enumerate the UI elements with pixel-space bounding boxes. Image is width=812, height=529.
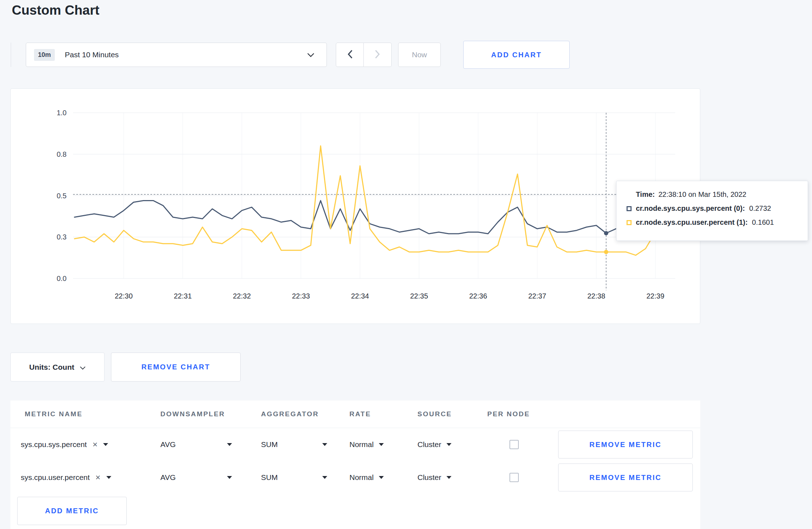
svg-text:22:38: 22:38 [587, 292, 605, 300]
remove-metric-button[interactable]: REMOVE METRIC [558, 464, 693, 491]
timerange-dropdown[interactable]: 10m Past 10 Minutes [26, 43, 327, 67]
rate-select[interactable]: Normal [349, 440, 417, 449]
tooltip-series-label: cr.node.sys.cpu.sys.percent (0): [636, 204, 745, 213]
clear-metric-icon[interactable]: × [96, 473, 101, 482]
aggregator-value: SUM [261, 440, 278, 449]
svg-text:22:35: 22:35 [410, 292, 428, 300]
units-label: Units: Count [29, 363, 74, 372]
rate-value: Normal [349, 440, 374, 449]
remove-chart-button[interactable]: REMOVE CHART [111, 353, 241, 382]
metrics-table-header: METRIC NAME DOWNSAMPLER AGGREGATOR RATE … [10, 401, 700, 428]
metric-name-value: sys.cpu.sys.percent [21, 440, 87, 449]
select-arrow-icon [379, 443, 384, 446]
svg-text:0.5: 0.5 [57, 192, 67, 200]
tooltip-series-value: 0.1601 [752, 218, 774, 227]
downsampler-select[interactable]: AVG [160, 473, 232, 482]
svg-text:22:36: 22:36 [469, 292, 487, 300]
select-arrow-icon [322, 443, 327, 446]
rate-value: Normal [349, 473, 374, 482]
chart-card: 22:3022:3122:3222:3322:3422:3522:3622:37… [10, 88, 700, 324]
chart-controls: Units: Count REMOVE CHART [10, 353, 241, 382]
custom-chart-plot[interactable]: 22:3022:3122:3222:3322:3422:3522:3622:37… [11, 89, 701, 324]
svg-text:22:32: 22:32 [233, 292, 251, 300]
svg-text:22:30: 22:30 [115, 292, 132, 300]
series-sys-swatch-icon [627, 206, 632, 211]
select-arrow-icon [106, 476, 111, 479]
svg-text:0.3: 0.3 [57, 233, 67, 241]
select-arrow-icon [446, 476, 451, 479]
col-header-aggregator: AGGREGATOR [261, 410, 349, 418]
downsampler-value: AVG [160, 440, 176, 449]
col-header-source: SOURCE [417, 410, 483, 418]
metric-row-1: sys.cpu.sys.percent × AVG SUM Normal Clu… [10, 428, 700, 461]
toolbar: 10m Past 10 Minutes Now ADD CHART [11, 41, 570, 69]
svg-text:22:34: 22:34 [351, 292, 369, 300]
svg-text:0.0: 0.0 [57, 275, 67, 282]
add-metric-button[interactable]: ADD METRIC [17, 497, 127, 525]
remove-metric-button[interactable]: REMOVE METRIC [558, 431, 693, 458]
col-header-downsampler: DOWNSAMPLER [160, 410, 261, 418]
time-pager [336, 43, 392, 67]
select-arrow-icon [379, 476, 384, 479]
select-arrow-icon [227, 476, 232, 479]
tooltip-time-label: Time: [636, 190, 655, 198]
clear-metric-icon[interactable]: × [92, 440, 97, 449]
chevron-down-icon [307, 53, 314, 57]
timerange-label: Past 10 Minutes [65, 50, 119, 59]
metric-name-select[interactable]: sys.cpu.user.percent × [21, 473, 160, 482]
units-dropdown[interactable]: Units: Count [10, 353, 105, 382]
tooltip-time-row: Time:22:38:10 on Mar 15th, 2022 [636, 190, 798, 199]
aggregator-select[interactable]: SUM [261, 440, 327, 449]
select-arrow-icon [446, 443, 451, 446]
custom-chart-page: Custom Chart 10m Past 10 Minutes Now AD [0, 0, 812, 529]
col-header-metric-name: METRIC NAME [21, 410, 160, 418]
tooltip-series-label: cr.node.sys.cpu.user.percent (1): [636, 218, 748, 227]
source-value: Cluster [417, 440, 441, 449]
svg-text:0.8: 0.8 [57, 150, 67, 158]
page-title: Custom Chart [12, 3, 100, 18]
aggregator-select[interactable]: SUM [261, 473, 327, 482]
svg-text:22:33: 22:33 [292, 292, 310, 300]
chevron-left-icon [347, 49, 353, 60]
add-chart-button[interactable]: ADD CHART [463, 41, 570, 69]
per-node-checkbox[interactable] [509, 473, 519, 482]
col-header-rate: RATE [349, 410, 417, 418]
svg-text:22:37: 22:37 [528, 292, 546, 300]
tooltip-series-row-sys: cr.node.sys.cpu.sys.percent (0): 0.2732 [627, 204, 798, 213]
now-button[interactable]: Now [398, 43, 441, 67]
svg-text:22:39: 22:39 [646, 292, 664, 300]
col-header-per-node: PER NODE [483, 410, 558, 418]
tooltip-series-row-user: cr.node.sys.cpu.user.percent (1): 0.1601 [627, 218, 798, 227]
toolbar-divider [11, 43, 11, 67]
svg-text:1.0: 1.0 [57, 109, 67, 117]
downsampler-select[interactable]: AVG [160, 440, 232, 449]
tooltip-series-value: 0.2732 [749, 204, 771, 213]
chevron-down-icon [80, 363, 86, 372]
chart-tooltip: Time:22:38:10 on Mar 15th, 2022 cr.node.… [616, 181, 808, 241]
select-arrow-icon [227, 443, 232, 446]
select-arrow-icon [322, 476, 327, 479]
downsampler-value: AVG [160, 473, 176, 482]
metric-row-2: sys.cpu.user.percent × AVG SUM Normal Cl… [10, 461, 700, 494]
source-select[interactable]: Cluster [417, 473, 483, 482]
svg-text:22:31: 22:31 [174, 292, 192, 300]
next-timeframe-button[interactable] [364, 43, 392, 67]
select-arrow-icon [103, 443, 108, 446]
source-select[interactable]: Cluster [417, 440, 483, 449]
per-node-checkbox[interactable] [509, 440, 519, 449]
source-value: Cluster [417, 473, 441, 482]
timerange-badge: 10m [34, 49, 55, 61]
metrics-table: METRIC NAME DOWNSAMPLER AGGREGATOR RATE … [10, 401, 700, 529]
tooltip-time-value: 22:38:10 on Mar 15th, 2022 [658, 190, 746, 198]
metric-name-select[interactable]: sys.cpu.sys.percent × [21, 440, 160, 449]
rate-select[interactable]: Normal [349, 473, 417, 482]
previous-timeframe-button[interactable] [336, 43, 364, 67]
series-user-swatch-icon [627, 220, 632, 225]
aggregator-value: SUM [261, 473, 278, 482]
metric-name-value: sys.cpu.user.percent [21, 473, 90, 482]
chevron-right-icon [374, 49, 381, 60]
